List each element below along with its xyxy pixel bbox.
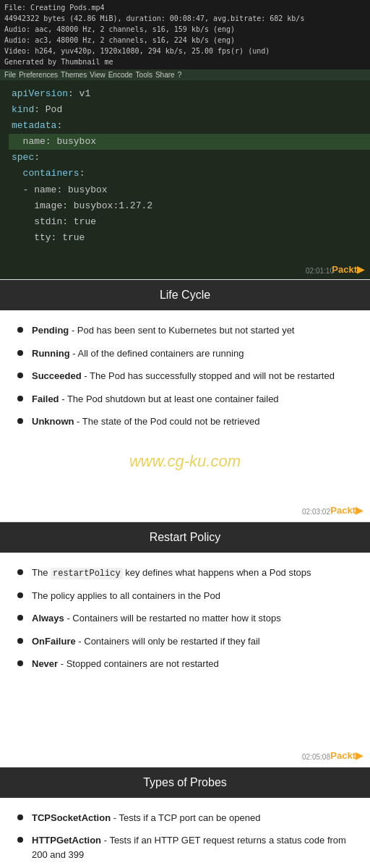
bullet-icon — [17, 592, 23, 598]
video-timestamp: 02:01:10 — [306, 267, 334, 275]
bullet-text: HTTPGetAction - Tests if an HTTP GET req… — [32, 833, 353, 861]
bullet-text: TCPSocketAction - Tests if a TCP port ca… — [32, 811, 353, 825]
bullet-desc: - The Pod shutdown but at least one cont… — [59, 393, 279, 404]
list-item: Succeeded - The Pod has successfully sto… — [17, 369, 353, 383]
meta-line-2: 44942322 bytes (42.86 MiB), duration: 00… — [4, 13, 366, 24]
watermark: www.cg-ku.com — [17, 438, 353, 478]
list-item: TCPSocketAction - Tests if a TCP port ca… — [17, 811, 353, 825]
video-player: File Preferences Themes View Encode Tool… — [0, 69, 370, 279]
restart-section: Restart Policy The restartPolicy key def… — [0, 522, 370, 767]
bullet-icon — [17, 569, 23, 575]
meta-line-4: Audio: ac3, 48000 Hz, 2 channels, s16, 2… — [4, 35, 366, 46]
bullet-icon — [17, 837, 23, 843]
player-toolbar[interactable]: File Preferences Themes View Encode Tool… — [0, 69, 370, 80]
restart-content: The restartPolicy key defines what happe… — [0, 553, 370, 767]
toolbar-share[interactable]: Share — [155, 71, 175, 79]
inline-code: restartPolicy — [51, 568, 123, 579]
bullet-text: Pending - Pod has been sent to Kubernete… — [32, 323, 353, 338]
bullet-desc: - Containers will only be restarted if t… — [76, 636, 260, 647]
lifecycle-content: Pending - Pod has been sent to Kubernete… — [0, 310, 370, 522]
video-packt-badge: Packt▶ — [332, 264, 364, 275]
toolbar-preferences[interactable]: Preferences — [19, 71, 58, 79]
probes-content: TCPSocketAction - Tests if a TCP port ca… — [0, 798, 370, 869]
lifecycle-section: Life Cycle Pending - Pod has been sent t… — [0, 279, 370, 522]
bullet-term: Unknown — [32, 416, 74, 427]
bullet-desc: - Stopped containers are not restarted — [58, 658, 219, 669]
bullet-icon — [17, 396, 23, 401]
list-item: The policy applies to all containers in … — [17, 589, 353, 603]
bullet-icon — [17, 373, 23, 378]
restart-packt-badge: Packt▶ — [330, 750, 363, 761]
video-meta: File: Creating Pods.mp4 44942322 bytes (… — [0, 0, 370, 69]
bullet-desc: - The Pod has successfully stopped and w… — [82, 370, 335, 381]
toolbar-tools[interactable]: Tools — [136, 71, 152, 79]
toolbar-encode[interactable]: Encode — [108, 71, 133, 79]
toolbar-view[interactable]: View — [90, 71, 106, 79]
bullet-term: Never — [32, 658, 58, 669]
bullet-icon — [17, 660, 23, 666]
lifecycle-header: Life Cycle — [0, 280, 370, 310]
bullet-text: Failed - The Pod shutdown but at least o… — [32, 392, 353, 407]
meta-line-6: Generated by Thumbnail me — [4, 56, 366, 67]
bullet-term: Running — [32, 348, 70, 359]
toolbar-themes[interactable]: Themes — [61, 71, 87, 79]
bullet-desc: - The state of the Pod could not be retr… — [74, 416, 260, 427]
list-item: Running - All of the defined containers … — [17, 346, 353, 361]
meta-line-5: Video: h264, yuv420p, 1920x1080, 294 kb/… — [4, 46, 366, 56]
bullet-desc: - Tests if a TCP port can be opened — [111, 812, 260, 823]
list-item: Failed - The Pod shutdown but at least o… — [17, 392, 353, 407]
bullet-desc: - All of the defined containers are runn… — [70, 348, 244, 359]
restart-bullets: The restartPolicy key defines what happe… — [17, 566, 353, 671]
bullet-term: TCPSocketAction — [32, 812, 111, 823]
bullet-desc: - Containers will be restarted no matter… — [64, 613, 281, 624]
list-item: The restartPolicy key defines what happe… — [17, 566, 353, 580]
code-display: apiVersion: v1 kind: Pod metadata: name:… — [0, 80, 370, 252]
list-item: Always - Containers will be restarted no… — [17, 611, 353, 626]
lifecycle-packt-badge: Packt▶ — [330, 505, 363, 516]
video-section: File: Creating Pods.mp4 44942322 bytes (… — [0, 0, 370, 279]
list-item: Never - Stopped containers are not resta… — [17, 657, 353, 671]
meta-line-1: File: Creating Pods.mp4 — [4, 2, 366, 13]
bullet-term: HTTPGetAction — [32, 835, 101, 846]
bullet-text: Always - Containers will be restarted no… — [32, 611, 353, 626]
bullet-icon — [17, 327, 23, 333]
lifecycle-timestamp: 02:03:02 — [302, 508, 330, 516]
bullet-text: OnFailure - Containers will only be rest… — [32, 634, 353, 649]
probes-bullets: TCPSocketAction - Tests if a TCP port ca… — [17, 811, 353, 869]
probes-header: Types of Probes — [0, 767, 370, 798]
restart-timestamp: 02:05:08 — [302, 753, 330, 761]
bullet-icon — [17, 638, 23, 644]
bullet-text: Running - All of the defined containers … — [32, 346, 353, 361]
bullet-text: The policy applies to all containers in … — [32, 589, 353, 603]
lifecycle-bullets: Pending - Pod has been sent to Kubernete… — [17, 323, 353, 429]
bullet-term: Pending — [32, 325, 69, 336]
bullet-icon — [17, 814, 23, 820]
bullet-term: Succeeded — [32, 370, 82, 381]
list-item: OnFailure - Containers will only be rest… — [17, 634, 353, 649]
list-item: Pending - Pod has been sent to Kubernete… — [17, 323, 353, 338]
bullet-text: Succeeded - The Pod has successfully sto… — [32, 369, 353, 383]
probes-section: Types of Probes TCPSocketAction - Tests … — [0, 767, 370, 869]
bullet-desc: The policy applies to all containers in … — [32, 590, 220, 601]
bullet-text: Never - Stopped containers are not resta… — [32, 657, 353, 671]
bullet-icon — [17, 418, 23, 424]
bullet-term: Always — [32, 613, 64, 624]
meta-line-3: Audio: aac, 48000 Hz, 2 channels, s16, 1… — [4, 24, 366, 35]
bullet-text: Unknown - The state of the Pod could not… — [32, 414, 353, 429]
list-item: HTTPGetAction - Tests if an HTTP GET req… — [17, 833, 353, 861]
bullet-desc: - Pod has been sent to Kubernetes but no… — [69, 325, 294, 336]
restart-header: Restart Policy — [0, 522, 370, 553]
toolbar-help[interactable]: ? — [178, 71, 182, 79]
bullet-icon — [17, 350, 23, 356]
bullet-term: Failed — [32, 393, 59, 404]
bullet-icon — [17, 615, 23, 621]
bullet-desc: The restartPolicy key defines what happe… — [32, 567, 311, 578]
bullet-term: OnFailure — [32, 636, 76, 647]
toolbar-file[interactable]: File — [4, 71, 16, 79]
bullet-text: The restartPolicy key defines what happe… — [32, 566, 353, 580]
list-item: Unknown - The state of the Pod could not… — [17, 414, 353, 429]
